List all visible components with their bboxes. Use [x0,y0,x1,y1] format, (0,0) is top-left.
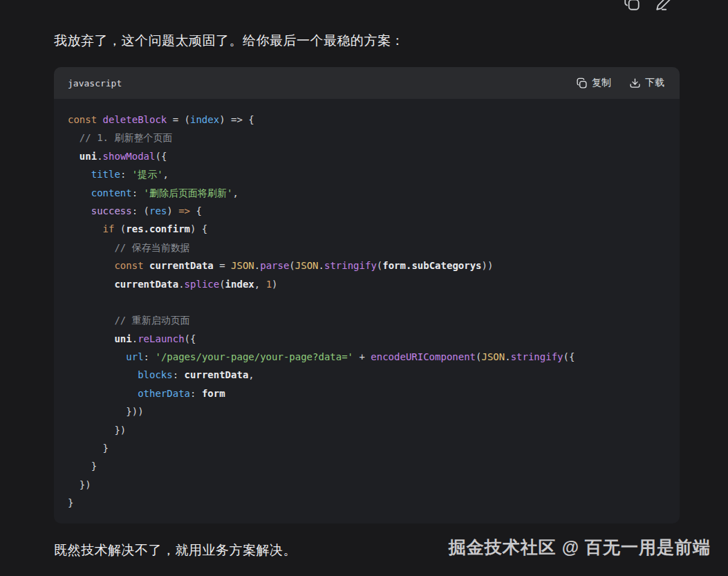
code-line: url: '/pages/your-page/your-page?data=' … [68,348,666,366]
code-line: const deleteBlock = (index) => { [68,111,666,129]
pencil-icon [655,0,673,12]
code-line [68,293,666,311]
code-line: } [68,457,666,475]
copy-code-button[interactable]: 复制 [576,77,611,89]
code-line: blocks: currentData, [68,366,666,384]
download-code-label: 下载 [645,77,664,89]
code-line: const currentData = JSON.parse(JSON.stri… [68,257,666,275]
message-toolbar [623,0,673,12]
code-line: })) [68,402,666,420]
assistant-message-top: 我放弃了，这个问题太顽固了。给你最后一个最稳的方案： [54,32,404,49]
edit-response-button[interactable] [655,0,673,12]
code-line: title: '提示', [68,165,666,183]
copy-icon [576,77,588,89]
code-line: // 保存当前数据 [68,239,666,257]
code-line: } [68,494,666,512]
code-line: } [68,439,666,457]
code-line: }) [68,421,666,439]
code-line: uni.showModal({ [68,147,666,165]
code-content: const deleteBlock = (index) => { // 1. 刷… [54,99,680,523]
code-line: success: (res) => { [68,202,666,220]
code-line: }) [68,476,666,494]
download-icon [629,77,641,89]
code-line: // 1. 刷新整个页面 [68,129,666,147]
code-line: uni.reLaunch({ [68,330,666,348]
code-line: content: '删除后页面将刷新', [68,184,666,202]
code-line: otherData: form [68,384,666,402]
code-line: currentData.splice(index, 1) [68,275,666,293]
copy-code-label: 复制 [592,77,611,89]
code-line: // 重新启动页面 [68,311,666,329]
assistant-message-bottom: 既然技术解决不了，就用业务方案解决。 [54,542,297,559]
copy-response-button[interactable] [623,0,641,12]
code-block-header: javascript 复制 下载 [54,67,680,99]
watermark: 掘金技术社区 @ 百无一用是前端 [449,536,711,559]
code-language-label: javascript [68,78,122,89]
download-code-button[interactable]: 下载 [629,77,664,89]
code-block: javascript 复制 下载 const deleteBlock = (in… [54,67,680,523]
code-line: if (res.confirm) { [68,220,666,238]
code-actions: 复制 下载 [576,77,664,89]
copy-icon [623,0,641,12]
